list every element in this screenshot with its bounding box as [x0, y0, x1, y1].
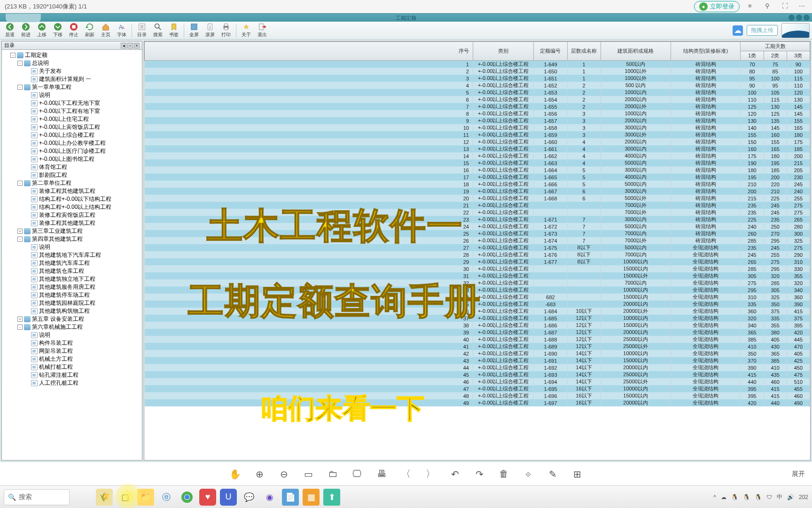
- app-notepad[interactable]: 📄: [282, 489, 299, 506]
- delete-icon[interactable]: 🗑: [498, 468, 509, 480]
- tree-node[interactable]: +-0.00以上图书馆工程: [3, 155, 141, 163]
- table-row[interactable]: 6+-0.00以上综合楼工程1-65422000以内砖混结构110115130: [145, 96, 810, 103]
- tray-qq2-icon[interactable]: 🐧: [743, 494, 750, 500]
- table-row[interactable]: 47+-0.00以上综合楼工程1-69516以下10000以内全现浇结构3954…: [145, 385, 810, 392]
- tree-node[interactable]: 关于发布: [3, 67, 141, 75]
- col-struct[interactable]: 结构类型(装修标准): [671, 42, 741, 61]
- table-row[interactable]: 43+-0.00以上综合楼工程1-69114以下15000以内全现浇结构3703…: [145, 357, 810, 364]
- tree-toggle[interactable]: +: [17, 229, 23, 234]
- app-browser[interactable]: ◉: [261, 489, 278, 506]
- fullscreen-button[interactable]: 全屏: [187, 22, 202, 39]
- pin-icon[interactable]: ⚲: [765, 2, 773, 11]
- tree-toggle[interactable]: -: [17, 181, 23, 186]
- tree-node[interactable]: 网架吊装工程: [3, 347, 141, 355]
- rotate-right-icon[interactable]: ↷: [474, 468, 485, 480]
- tree-node[interactable]: +-0.00以上综合楼工程: [3, 131, 141, 139]
- col-d2[interactable]: 2类: [764, 51, 787, 61]
- tray-qq1-icon[interactable]: 🐧: [731, 494, 738, 500]
- hand-tool-icon[interactable]: ✋: [229, 468, 241, 480]
- folder-icon[interactable]: 🗀: [327, 468, 338, 480]
- tray-qq3-icon[interactable]: 🐧: [755, 494, 762, 500]
- toc-button[interactable]: 目录: [134, 22, 149, 39]
- tree-node[interactable]: +-0.00以上住宅工程: [3, 115, 141, 123]
- tree-node[interactable]: +-0.00以下工程无地下室: [3, 99, 141, 107]
- scroll-button[interactable]: 滚屏: [203, 22, 218, 39]
- tree-toggle[interactable]: -: [17, 325, 23, 330]
- tree-close-button[interactable]: ×: [134, 43, 140, 48]
- home-button[interactable]: 主页: [98, 22, 113, 39]
- tree-node[interactable]: -第一章单项工程: [3, 83, 141, 91]
- tray-ime-icon[interactable]: 中: [777, 493, 782, 501]
- app-taskview[interactable]: ▢: [117, 489, 133, 506]
- table-row[interactable]: 32+-0.00以上综合楼工程7000以内全现浇结构275285320: [145, 279, 810, 286]
- tree-node[interactable]: 说明: [3, 243, 141, 251]
- up-button[interactable]: 上移: [34, 22, 49, 39]
- fit-icon[interactable]: ▭: [303, 468, 314, 480]
- table-row[interactable]: 10+-0.00以上综合楼工程1-65833000以内砖混结构140145165: [145, 124, 810, 131]
- tray-time[interactable]: 202: [799, 494, 808, 500]
- tree-node[interactable]: 人工挖孔桩工程: [3, 379, 141, 387]
- col-days-group[interactable]: 工期天数: [741, 42, 810, 51]
- print-icon[interactable]: 🖶: [376, 468, 387, 480]
- app-u[interactable]: U: [220, 489, 237, 506]
- col-area[interactable]: 建筑面积或规格: [601, 42, 671, 61]
- data-table-wrap[interactable]: 序号 类别 定额编号 层数或名称 建筑面积或规格 结构类型(装修标准) 工期天数…: [144, 41, 811, 460]
- app-gallery[interactable]: 🌾: [96, 489, 113, 506]
- tree-node[interactable]: 其他建筑服务用房工程: [3, 283, 141, 291]
- more-icon[interactable]: ⋯: [799, 2, 807, 11]
- tree-node[interactable]: 钻孔灌注桩工程: [3, 371, 141, 379]
- tray-shield-icon[interactable]: 🛡: [766, 494, 772, 500]
- table-row[interactable]: 48+-0.00以上综合楼工程1-69616以下15000以内全现浇结构3954…: [145, 392, 810, 399]
- app-teal[interactable]: ⬆: [323, 489, 340, 506]
- col-seq[interactable]: 序号: [145, 42, 473, 61]
- maximize-button[interactable]: [796, 15, 802, 21]
- table-row[interactable]: 44+-0.00以上综合楼工程1-69214以下20000以内全现浇结构3904…: [145, 364, 810, 371]
- tree-toggle[interactable]: -: [10, 53, 16, 58]
- tree-node[interactable]: 影剧院工程: [3, 171, 141, 179]
- upload-button[interactable]: 拖拽上传: [747, 25, 778, 36]
- tree-node[interactable]: 其他建筑独立地下工程: [3, 275, 141, 283]
- back-button[interactable]: 后退: [2, 22, 17, 39]
- print-button[interactable]: 打印: [219, 22, 234, 39]
- tree-node[interactable]: +-0.00以上宾馆饭店工程: [3, 123, 141, 131]
- tree-node[interactable]: -第四章其他建筑工程: [3, 235, 141, 243]
- expand-label[interactable]: 展开: [792, 470, 805, 478]
- grid-icon[interactable]: ⊞: [571, 468, 583, 480]
- table-row[interactable]: 42+-0.00以上综合楼工程1-69014以下10000以内全现浇结构3503…: [145, 350, 810, 357]
- app-red[interactable]: ♥: [199, 489, 216, 506]
- table-row[interactable]: 39+-0.00以上综合楼工程1-68712以下20000以内全现浇结构3653…: [145, 329, 810, 336]
- tree-toggle[interactable]: -: [17, 85, 23, 90]
- table-row[interactable]: 4+-0.00以上综合楼工程1-6522500 以内砖混结构9095110: [145, 82, 810, 89]
- taskbar-search[interactable]: 🔍 搜索: [4, 489, 70, 505]
- table-row[interactable]: 20+-0.00以上综合楼工程1-66865000以外砖混结构215225255: [145, 195, 810, 202]
- tree-toggle[interactable]: +: [17, 317, 23, 322]
- table-row[interactable]: 8+-0.00以上综合楼工程1-65631000以内砖混结构120125145: [145, 110, 810, 117]
- table-row[interactable]: 38+-0.00以上综合楼工程1-68612以下15000以内全现浇结构3403…: [145, 322, 810, 329]
- down-button[interactable]: 下移: [50, 22, 65, 39]
- expand-icon[interactable]: ⛶: [782, 2, 790, 11]
- app-tab[interactable]: [6, 14, 41, 22]
- zoom-out-icon[interactable]: ⊖: [278, 468, 289, 480]
- tree-node[interactable]: 装修工程宾馆饭店工程: [3, 211, 141, 219]
- tree-node[interactable]: 说明: [3, 91, 141, 99]
- cloud-icon[interactable]: ☁: [733, 25, 743, 36]
- table-row[interactable]: 15+-0.00以上综合楼工程1-66345000以内砖混结构190195215: [145, 159, 810, 167]
- tree-node[interactable]: -总说明: [3, 59, 141, 67]
- system-tray[interactable]: ^ ☁ 🐧 🐧 🐧 🛡 中 🔊 202: [713, 493, 808, 501]
- table-row[interactable]: 14+-0.00以上综合楼工程1-66244000以内砖混结构175180200: [145, 152, 810, 159]
- forward-button[interactable]: 前进: [18, 22, 33, 39]
- tree-node[interactable]: 机械打桩工程: [3, 363, 141, 371]
- tray-sound-icon[interactable]: 🔊: [787, 494, 794, 500]
- tree-node[interactable]: 说明: [3, 331, 141, 339]
- tree-node[interactable]: -工期定额: [3, 51, 141, 59]
- table-row[interactable]: 49+-0.00以上综合楼工程1-69716以下20000以内全现浇结构4204…: [145, 399, 810, 406]
- table-row[interactable]: 18+-0.00以上综合楼工程1-66655000以内砖混结构210220245: [145, 181, 810, 188]
- tree-node[interactable]: +-0.00以下工程有地下室: [3, 107, 141, 115]
- table-row[interactable]: 46+-0.00以上综合楼工程1-69414以下25000以外全现浇结构4404…: [145, 378, 810, 385]
- tree-node[interactable]: 体育馆工程: [3, 163, 141, 171]
- tree-toggle[interactable]: -: [17, 61, 23, 66]
- tree-prev-button[interactable]: ◂: [121, 43, 126, 48]
- table-row[interactable]: 41+-0.00以上综合楼工程1-68912以下25000以外全现浇结构4104…: [145, 343, 810, 350]
- zoom-in-icon[interactable]: ⊕: [254, 468, 265, 480]
- tree-node[interactable]: +-0.00以上办公教学楼工程: [3, 139, 141, 147]
